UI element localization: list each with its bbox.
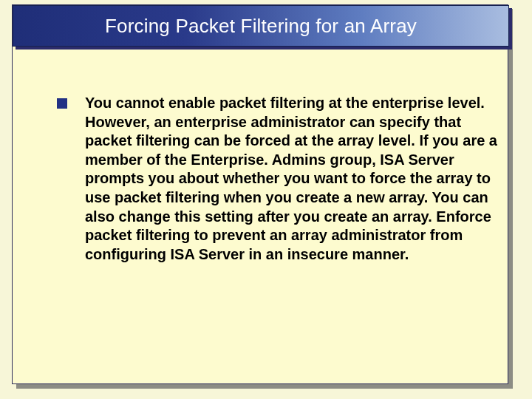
body-area: You cannot enable packet filtering at th… bbox=[57, 94, 500, 264]
title-bar: Forcing Packet Filtering for an Array bbox=[13, 5, 509, 47]
slide: Forcing Packet Filtering for an Array Yo… bbox=[0, 0, 532, 399]
bullet-row: You cannot enable packet filtering at th… bbox=[57, 94, 500, 264]
square-bullet-icon bbox=[57, 98, 67, 109]
content-panel: Forcing Packet Filtering for an Array Yo… bbox=[12, 4, 508, 384]
slide-title: Forcing Packet Filtering for an Array bbox=[105, 15, 417, 38]
bullet-text: You cannot enable packet filtering at th… bbox=[85, 94, 500, 264]
